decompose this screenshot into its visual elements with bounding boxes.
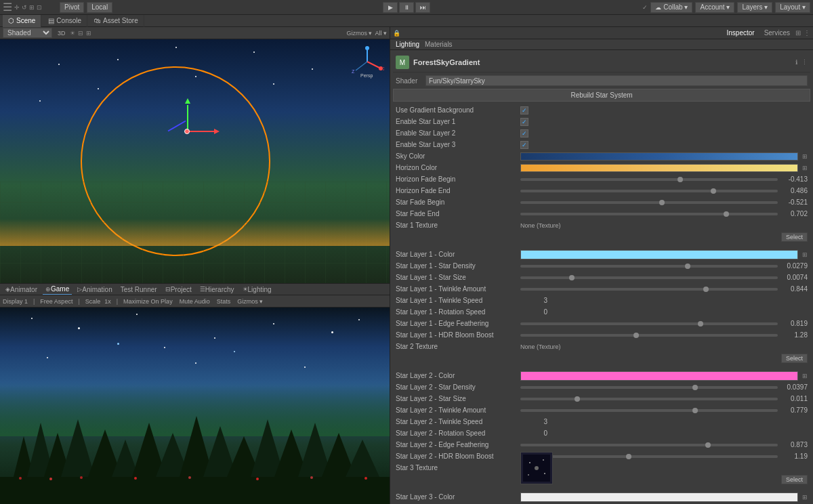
rebuild-button[interactable]: Rebuild Star System	[393, 89, 810, 102]
local-button[interactable]: Local	[87, 2, 112, 13]
layers-button[interactable]: Layers ▾	[737, 2, 772, 13]
star1-size-slider[interactable]	[520, 276, 778, 279]
horizon-color-bar[interactable]	[520, 164, 798, 172]
gizmos-label[interactable]: Gizmos ▾	[346, 30, 372, 37]
prop-star1-twinkle-speed: Star Layer 1 - Twinkle Speed 3	[393, 295, 810, 306]
star1-color-edit-icon[interactable]: ⊞	[802, 251, 808, 258]
svg-point-31	[188, 476, 191, 479]
move-icon[interactable]: ✛	[14, 4, 20, 11]
lighting-icon: ☀	[243, 286, 248, 293]
materials-sub-tab[interactable]: Materials	[425, 41, 453, 48]
scale-value: 1x	[104, 298, 111, 305]
enable-star2-checkbox[interactable]: ✓	[520, 129, 528, 138]
menu-icon[interactable]: ☰	[3, 1, 12, 14]
lighting-sub-tab[interactable]: Lighting	[396, 41, 419, 48]
slider-thumb	[692, 408, 698, 413]
inspector-pin-icon[interactable]: ⊞	[795, 29, 801, 37]
rotate-icon[interactable]: ↺	[22, 4, 27, 11]
mute-label[interactable]: Mute Audio	[180, 298, 210, 305]
layout-button[interactable]: Layout ▾	[775, 2, 810, 13]
svg-text:Z: Z	[352, 69, 355, 74]
star2-color-edit-icon[interactable]: ⊞	[802, 373, 808, 379]
scale-label: Scale	[85, 298, 101, 305]
tab-scene[interactable]: ⬡ Scene	[3, 15, 41, 27]
enable-star3-checkbox[interactable]: ✓	[520, 141, 528, 149]
star2-select-button[interactable]: Select	[781, 354, 808, 363]
asset-info-icon[interactable]: ℹ	[795, 59, 797, 66]
game-star	[304, 366, 306, 368]
game-star-blue	[117, 343, 119, 345]
step-button[interactable]: ⏭	[415, 2, 430, 13]
star2-size-slider[interactable]	[520, 398, 778, 400]
lock-icon[interactable]: 🔒	[393, 30, 400, 37]
star-dot	[175, 47, 177, 48]
star2-edge-slider[interactable]	[520, 444, 778, 446]
star1-density-slider[interactable]	[520, 265, 778, 268]
collab-label: Collab ▾	[663, 3, 688, 11]
stats-label[interactable]: Stats	[217, 298, 231, 305]
star2-color-bar[interactable]	[520, 371, 798, 381]
tab-console[interactable]: ▤ Console	[43, 15, 87, 27]
asset-menu-icon[interactable]: ⋮	[801, 59, 808, 66]
tab-asset-store[interactable]: 🛍 Asset Store	[89, 15, 144, 27]
slider-thumb	[685, 264, 690, 269]
maximize-label[interactable]: Maximize On Play	[123, 298, 173, 305]
game-gizmos-label[interactable]: Gizmos ▾	[237, 298, 263, 305]
star1-edge-slider[interactable]	[520, 322, 778, 325]
tab-lighting[interactable]: ☀ Lighting	[240, 284, 274, 295]
account-button[interactable]: Account ▾	[695, 2, 734, 13]
tab-animator[interactable]: ◈ Animator	[3, 284, 40, 295]
dim-3d-label[interactable]: 3D	[58, 30, 66, 37]
shading-select[interactable]: Shaded Wireframe	[3, 28, 52, 38]
services-tab[interactable]: Services	[760, 28, 794, 39]
gizmo-compass: Y X Z Persp	[350, 45, 384, 79]
star-dot	[39, 100, 41, 102]
horizon-fade-end-slider[interactable]	[520, 190, 778, 192]
svg-point-37	[529, 462, 530, 463]
aspect-label[interactable]: Free Aspect	[40, 298, 72, 305]
star2-density-slider[interactable]	[520, 386, 778, 389]
star3-color-edit-icon[interactable]: ⊞	[802, 494, 808, 501]
asset-store-icon: 🛍	[94, 17, 101, 24]
shader-value[interactable]: Fun/Sky/StarrySky	[425, 75, 808, 86]
svg-line-7	[356, 62, 367, 70]
tab-animation[interactable]: ▷ Animation	[75, 284, 114, 295]
display-label[interactable]: Display 1	[3, 298, 28, 305]
all-label[interactable]: All ▾	[375, 30, 387, 37]
star1-twinkle-slider[interactable]	[520, 288, 778, 291]
tab-test-runner[interactable]: Test Runner	[118, 284, 160, 295]
star2-edge-value: 0.873	[780, 441, 808, 448]
inspector-menu-icon[interactable]: ⋮	[804, 29, 810, 37]
tab-hierarchy[interactable]: ☰ Hierarchy	[197, 284, 237, 295]
enable-star1-checkbox[interactable]: ✓	[520, 118, 528, 126]
svg-text:Y: Y	[365, 45, 369, 46]
rect-icon[interactable]: ⊡	[37, 4, 42, 11]
prop-star1-density: Star Layer 1 - Star Density 0.0279	[393, 260, 810, 272]
play-button[interactable]: ▶	[383, 2, 398, 13]
shader-label: Shader	[396, 77, 423, 85]
star-fade-begin-slider[interactable]	[520, 201, 778, 204]
tab-project[interactable]: ⊟ Project	[163, 284, 194, 295]
horizon-fade-begin-slider[interactable]	[520, 178, 778, 181]
scale-icon[interactable]: ⊞	[29, 4, 35, 11]
star3-color-bar[interactable]	[520, 492, 798, 502]
star1-select-button[interactable]: Select	[781, 232, 808, 242]
pivot-button[interactable]: Pivot	[60, 2, 84, 13]
sky-color-bar[interactable]	[520, 152, 798, 161]
star-fade-end-slider[interactable]	[520, 213, 778, 215]
sky-color-edit-icon[interactable]: ⊞	[802, 153, 808, 160]
star1-hdr-slider[interactable]	[520, 334, 778, 337]
horizon-color-edit-icon[interactable]: ⊞	[802, 165, 808, 171]
prop-use-gradient: Use Gradient Background ✓	[393, 104, 810, 116]
star1-color-bar[interactable]	[520, 250, 798, 259]
inspector-sub-tabs: Lighting Materials	[390, 39, 813, 50]
pause-button[interactable]: ⏸	[399, 2, 414, 13]
star1-edge-value: 0.819	[780, 320, 808, 327]
collab-button[interactable]: ☁ Collab ▾	[650, 2, 692, 13]
star2-twinkle-slider[interactable]	[520, 409, 778, 412]
top-toolbar: ☰ ✛ ↺ ⊞ ⊡ Pivot Local ▶ ⏸ ⏭ ✓ ☁ Collab ▾…	[0, 0, 813, 15]
inspector-tab[interactable]: Inspector	[723, 28, 759, 39]
use-gradient-checkbox[interactable]: ✓	[520, 106, 528, 114]
game-tab-bar: ◈ Animator ⊕ Game ▷ Animation Test Runne…	[0, 283, 390, 295]
tab-game[interactable]: ⊕ Game	[43, 284, 72, 295]
